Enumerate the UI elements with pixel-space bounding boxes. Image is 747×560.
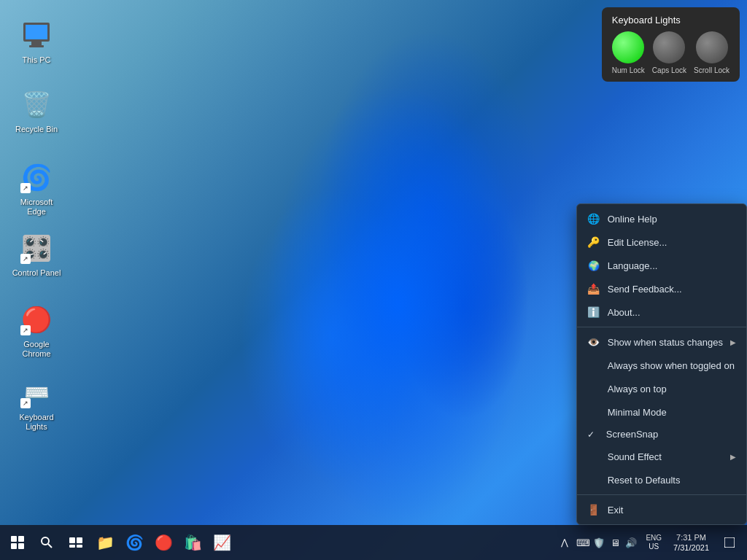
menu-label-minimal-mode: Minimal Mode bbox=[608, 407, 736, 418]
chrome-label: Google Chrome bbox=[10, 340, 63, 359]
menu-item-minimal-mode[interactable]: Minimal Mode bbox=[577, 400, 746, 424]
keyboard-lights-icon: ⌨️ ↗ bbox=[19, 375, 54, 410]
desktop: This PC 🗑️ Recycle Bin 🌀 ↗ Microsoft Edg… bbox=[0, 0, 747, 560]
edge-taskbar[interactable]: 🌀 bbox=[120, 528, 149, 557]
menu-separator-2 bbox=[577, 494, 746, 495]
submenu-arrow-status: ▶ bbox=[730, 338, 736, 346]
menu-item-language[interactable]: 🌍 Language... bbox=[577, 254, 746, 277]
desktop-icon-edge[interactable]: 🌀 ↗ Microsoft Edge bbox=[7, 157, 66, 219]
shortcut-arrow: ↗ bbox=[20, 183, 31, 193]
menu-item-reset-defaults[interactable]: Reset to Defaults bbox=[577, 468, 746, 491]
desktop-icon-keyboard-lights[interactable]: ⌨️ ↗ Keyboard Lights bbox=[7, 372, 66, 435]
svg-point-4 bbox=[42, 537, 49, 545]
caps-lock-item: Caps Lock bbox=[652, 31, 686, 74]
menu-item-screensnap[interactable]: ✓ ScreenSnap bbox=[577, 424, 746, 445]
edge-icon: 🌀 ↗ bbox=[19, 160, 54, 195]
svg-line-5 bbox=[48, 544, 52, 548]
always-show-toggled-icon bbox=[587, 359, 600, 372]
menu-item-always-show-toggled[interactable]: Always show when toggled on bbox=[577, 354, 746, 377]
scroll-lock-circle bbox=[696, 31, 728, 63]
chrome-icon: 🔴 ↗ bbox=[19, 302, 54, 337]
task-view-button[interactable] bbox=[61, 528, 90, 557]
menu-item-send-feedback[interactable]: 📤 Send Feedback... bbox=[577, 277, 746, 300]
desktop-icon-control-panel[interactable]: 🎛️ ↗ Control Panel bbox=[7, 228, 66, 281]
scroll-lock-item: Scroll Lock bbox=[694, 31, 729, 74]
chrome-taskbar[interactable]: 🔴 bbox=[149, 528, 178, 557]
volume-tray-icon[interactable]: 🔊 bbox=[624, 535, 638, 550]
menu-separator-1 bbox=[577, 327, 746, 327]
num-lock-circle bbox=[612, 31, 644, 63]
edge-label: Microsoft Edge bbox=[10, 198, 63, 217]
menu-item-show-when-status-changes[interactable]: 👁️ Show when status changes ▶ bbox=[577, 330, 746, 354]
menu-item-always-on-top[interactable]: Always on top bbox=[577, 377, 746, 400]
store-taskbar[interactable]: 🛍️ bbox=[178, 528, 207, 557]
system-clock[interactable]: 7:31 PM 7/31/2021 bbox=[669, 531, 713, 555]
lang-bottom: US bbox=[649, 542, 659, 551]
show-status-icon: 👁️ bbox=[587, 335, 600, 349]
svg-rect-1 bbox=[18, 536, 24, 542]
desktop-icon-recycle-bin[interactable]: 🗑️ Recycle Bin bbox=[7, 84, 66, 137]
menu-label-always-show-toggled: Always show when toggled on bbox=[608, 360, 736, 371]
reset-defaults-icon bbox=[587, 473, 600, 486]
menu-label-screensnap: ScreenSnap bbox=[606, 429, 736, 440]
shortcut-arrow-chrome: ↗ bbox=[20, 325, 31, 335]
lock-lights-row: Num Lock Caps Lock Scroll Lock bbox=[612, 31, 729, 74]
mail-taskbar[interactable]: 📈 bbox=[207, 528, 236, 557]
this-pc-icon bbox=[19, 18, 54, 52]
always-on-top-icon bbox=[587, 382, 600, 395]
menu-label-online-help: Online Help bbox=[608, 214, 736, 225]
lang-top: ENG bbox=[646, 534, 662, 542]
screensnap-checkmark: ✓ bbox=[587, 429, 599, 440]
menu-label-about: About... bbox=[608, 307, 736, 318]
about-icon: ℹ️ bbox=[587, 306, 600, 319]
recycle-bin-label: Recycle Bin bbox=[15, 125, 58, 134]
menu-label-exit: Exit bbox=[608, 505, 736, 516]
send-feedback-icon: 📤 bbox=[587, 282, 600, 295]
svg-rect-0 bbox=[11, 536, 17, 542]
clock-time: 7:31 PM bbox=[676, 532, 706, 542]
submenu-arrow-sound: ▶ bbox=[730, 453, 736, 461]
file-explorer-taskbar[interactable]: 📁 bbox=[90, 528, 120, 557]
desktop-icon-this-pc[interactable]: This PC bbox=[7, 15, 66, 68]
desktop-icon-chrome[interactable]: 🔴 ↗ Google Chrome bbox=[7, 299, 66, 362]
menu-item-online-help[interactable]: 🌐 Online Help bbox=[577, 207, 746, 230]
language-icon: 🌍 bbox=[587, 259, 600, 272]
caps-lock-circle bbox=[653, 31, 685, 63]
keyboard-lights-tray-icon[interactable]: ⌨ bbox=[576, 535, 590, 550]
num-lock-item: Num Lock bbox=[612, 31, 645, 74]
keyboard-lights-widget: Keyboard Lights Num Lock Caps Lock Scrol… bbox=[602, 7, 740, 82]
system-tray: ⌨ 🛡️ 🖥 🔊 bbox=[576, 535, 638, 550]
taskbar-right: ⋀ ⌨ 🛡️ 🖥 🔊 ENG US 7:31 PM 7/31/2021 bbox=[558, 531, 747, 555]
minimal-mode-icon bbox=[587, 405, 600, 419]
edit-license-icon: 🔑 bbox=[587, 236, 600, 249]
display-tray-icon[interactable]: 🖥 bbox=[608, 535, 622, 550]
menu-item-exit[interactable]: 🚪 Exit bbox=[577, 498, 746, 521]
control-panel-icon: 🎛️ ↗ bbox=[19, 230, 54, 265]
start-button[interactable] bbox=[3, 528, 32, 557]
menu-item-about[interactable]: ℹ️ About... bbox=[577, 300, 746, 324]
num-lock-label: Num Lock bbox=[612, 66, 645, 74]
notification-button[interactable] bbox=[718, 531, 741, 554]
this-pc-label: This PC bbox=[22, 55, 50, 65]
svg-rect-8 bbox=[69, 545, 75, 548]
expand-tray-button[interactable]: ⋀ bbox=[558, 534, 571, 551]
shortcut-arrow-kl: ↗ bbox=[20, 398, 31, 408]
svg-rect-9 bbox=[77, 545, 82, 548]
control-panel-label: Control Panel bbox=[12, 268, 61, 278]
scroll-lock-label: Scroll Lock bbox=[694, 66, 729, 74]
context-menu: 🌐 Online Help 🔑 Edit License... 🌍 Langua… bbox=[576, 203, 747, 525]
shortcut-arrow-cp: ↗ bbox=[20, 254, 31, 264]
menu-item-sound-effect[interactable]: Sound Effect ▶ bbox=[577, 445, 746, 468]
menu-label-always-on-top: Always on top bbox=[608, 384, 736, 394]
clock-date: 7/31/2021 bbox=[673, 542, 709, 553]
language-indicator[interactable]: ENG US bbox=[643, 532, 665, 553]
svg-rect-6 bbox=[69, 537, 75, 543]
shield-tray-icon[interactable]: 🛡️ bbox=[592, 535, 606, 550]
menu-label-send-feedback: Send Feedback... bbox=[608, 284, 736, 295]
svg-rect-2 bbox=[11, 543, 17, 549]
svg-rect-7 bbox=[77, 537, 82, 543]
search-button[interactable] bbox=[32, 528, 61, 557]
recycle-bin-icon: 🗑️ bbox=[19, 87, 54, 122]
menu-label-language: Language... bbox=[608, 260, 736, 271]
menu-item-edit-license[interactable]: 🔑 Edit License... bbox=[577, 230, 746, 254]
